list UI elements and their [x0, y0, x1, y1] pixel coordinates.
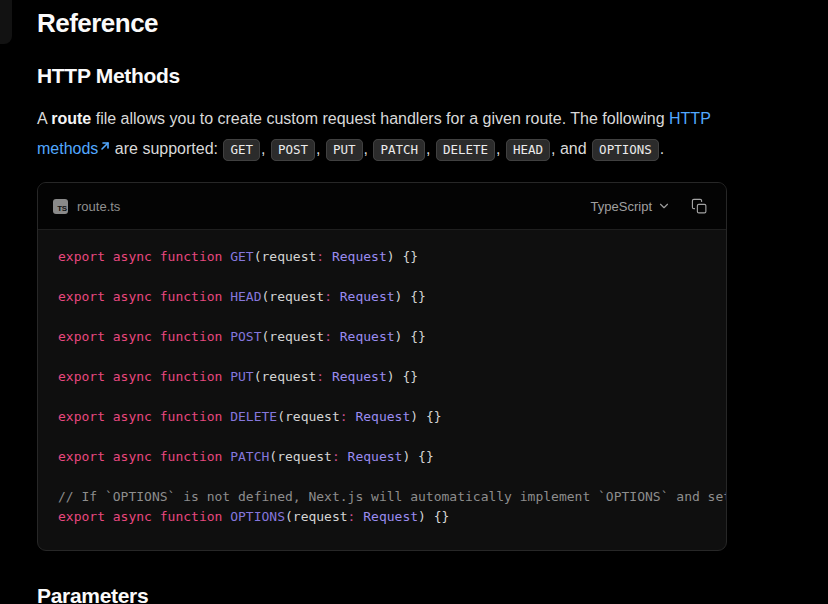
paragraph-text: , [316, 140, 325, 157]
paragraph-text: , [261, 140, 270, 157]
code-line: export async function PUT(request: Reque… [58, 367, 726, 387]
section-heading-parameters: Parameters [37, 584, 148, 604]
paragraph-text: . [660, 140, 664, 157]
code-line: export async function POST(request: Requ… [58, 327, 726, 347]
paragraph-text: , [496, 140, 505, 157]
page-title: Reference [37, 8, 158, 39]
method-badge: POST [271, 139, 315, 161]
paragraph-text: , [364, 140, 373, 157]
method-badge: OPTIONS [592, 139, 659, 161]
section-heading-http-methods: HTTP Methods [37, 64, 180, 88]
code-line [58, 467, 726, 487]
code-filename: route.ts [77, 199, 120, 214]
typescript-file-icon: TS [53, 199, 68, 214]
code-line [58, 347, 726, 367]
external-link-icon [98, 140, 110, 157]
code-line: export async function GET(request: Reque… [58, 247, 726, 267]
code-line [58, 307, 726, 327]
copy-code-button[interactable] [687, 194, 712, 219]
copy-icon [691, 198, 708, 215]
sidebar-edge [0, 0, 12, 44]
code-block: TS route.ts TypeScript export async func… [37, 182, 727, 551]
code-line: export async function PATCH(request: Req… [58, 447, 726, 467]
code-line [58, 427, 726, 447]
language-selector[interactable]: TypeScript [589, 195, 673, 218]
code-line: export async function DELETE(request: Re… [58, 407, 726, 427]
paragraph-text: are supported: [110, 140, 222, 157]
code-lines: export async function GET(request: Reque… [38, 230, 726, 551]
method-badge: PATCH [373, 139, 425, 161]
http-methods-link[interactable]: methods [37, 140, 110, 157]
language-selector-value: TypeScript [591, 199, 652, 214]
code-line [58, 387, 726, 407]
http-methods-link[interactable]: HTTP [669, 110, 711, 127]
paragraph-text: , and [551, 140, 591, 157]
paragraph-text: file allows you to create custom request… [91, 110, 669, 127]
code-line: export async function OPTIONS(request: R… [58, 507, 726, 527]
paragraph-text: route [51, 110, 91, 127]
code-line: export async function HEAD(request: Requ… [58, 287, 726, 307]
code-line [58, 267, 726, 287]
chevron-down-icon [657, 199, 671, 213]
method-badge: DELETE [436, 139, 495, 161]
code-block-header: TS route.ts TypeScript [38, 183, 726, 230]
code-line: // If `OPTIONS` is not defined, Next.js … [58, 487, 726, 507]
docs-page: Reference HTTP Methods A route file allo… [0, 0, 828, 604]
paragraph-text: A [37, 110, 51, 127]
intro-paragraph: A route file allows you to create custom… [37, 104, 731, 164]
method-badge: GET [223, 139, 260, 161]
method-badge: HEAD [506, 139, 550, 161]
method-badge: PUT [326, 139, 363, 161]
paragraph-text: , [426, 140, 435, 157]
